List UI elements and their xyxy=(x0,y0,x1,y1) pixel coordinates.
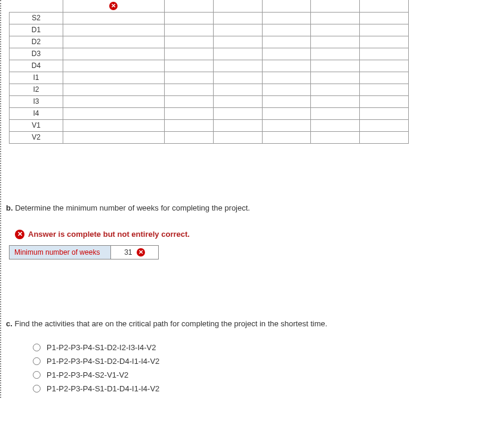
table-row: V1 xyxy=(10,119,409,131)
table-row: V2 xyxy=(10,131,409,143)
x-circle-icon: ✕ xyxy=(137,248,145,257)
x-circle-icon: ✕ xyxy=(109,2,118,10)
answer-table: Minimum number of weeks 31 ✕ xyxy=(9,245,159,260)
radio-input[interactable] xyxy=(33,344,41,351)
option-label: P1-P2-P3-P4-S1-D2-I2-I3-I4-V2 xyxy=(47,343,156,352)
row-label: I2 xyxy=(10,84,63,95)
row-label: I4 xyxy=(10,107,63,119)
question-letter: b. xyxy=(6,203,13,212)
answer-value-cell: 31 ✕ xyxy=(111,245,159,259)
question-letter: c. xyxy=(6,319,13,328)
radio-option[interactable]: P1-P2-P3-P4-S1-D2-D4-I1-I4-V2 xyxy=(33,357,476,366)
option-label: P1-P2-P3-P4-S1-D1-D4-I1-I4-V2 xyxy=(47,384,159,393)
option-label: P1-P2-P3-P4-S2-V1-V2 xyxy=(47,370,128,379)
radio-input[interactable] xyxy=(33,385,41,393)
activity-table: ✕ S2 D1 D2 D3 D4 I1 I2 I3 I4 V1 V2 xyxy=(9,0,409,144)
radio-input[interactable] xyxy=(33,357,41,365)
banner-text: Answer is complete but not entirely corr… xyxy=(28,230,190,239)
table-row: D3 xyxy=(10,48,409,60)
radio-input[interactable] xyxy=(33,371,41,379)
row-label: I3 xyxy=(10,95,63,107)
radio-option[interactable]: P1-P2-P3-P4-S1-D2-I2-I3-I4-V2 xyxy=(33,343,476,352)
row-label: D3 xyxy=(10,48,63,60)
question-b: b. Determine the minimum number of weeks… xyxy=(6,203,476,212)
radio-option[interactable]: P1-P2-P3-P4-S1-D1-D4-I1-I4-V2 xyxy=(33,384,476,393)
row-label: S2 xyxy=(10,12,63,24)
radio-option[interactable]: P1-P2-P3-P4-S2-V1-V2 xyxy=(33,370,476,379)
table-row: S2 xyxy=(10,12,409,24)
question-c: c. Find the activities that are on the c… xyxy=(6,319,476,328)
row-label: I1 xyxy=(10,72,63,84)
row-label: V2 xyxy=(10,131,63,143)
table-row: I1 xyxy=(10,72,409,84)
table-row: D4 xyxy=(10,60,409,72)
question-text: Determine the minimum number of weeks fo… xyxy=(15,203,250,212)
row-label: V1 xyxy=(10,119,63,131)
table-row: D1 xyxy=(10,24,409,36)
table-row: I4 xyxy=(10,107,409,119)
feedback-banner: ✕ Answer is complete but not entirely co… xyxy=(9,227,196,242)
row-label: D2 xyxy=(10,36,63,48)
table-row: I2 xyxy=(10,84,409,95)
option-label: P1-P2-P3-P4-S1-D2-D4-I1-I4-V2 xyxy=(47,357,159,366)
row-label: D1 xyxy=(10,24,63,36)
answer-value: 31 xyxy=(124,248,132,257)
options-group: P1-P2-P3-P4-S1-D2-I2-I3-I4-V2 P1-P2-P3-P… xyxy=(33,343,476,393)
question-text: Find the activities that are on the crit… xyxy=(14,319,327,328)
answer-label: Minimum number of weeks xyxy=(10,245,111,259)
table-row: D2 xyxy=(10,36,409,48)
table-row: I3 xyxy=(10,95,409,107)
x-circle-icon: ✕ xyxy=(15,230,24,239)
row-label: D4 xyxy=(10,60,63,72)
